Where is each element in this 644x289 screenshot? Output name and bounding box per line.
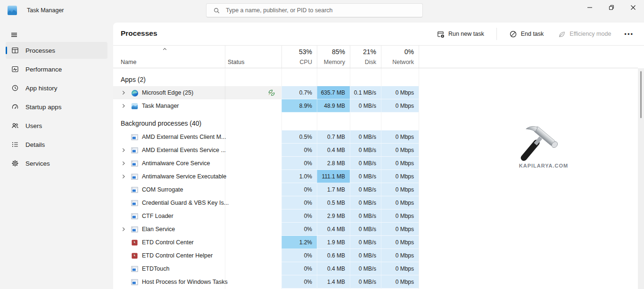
cpu-value-cell: 0%: [281, 262, 317, 275]
process-name: ETDTouch: [142, 265, 169, 272]
memory-value-cell: 0.4 MB: [317, 223, 350, 236]
header-separator: [225, 46, 225, 68]
column-header-cpu[interactable]: 53% CPU: [281, 46, 317, 68]
efficiency-mode-label: Efficiency mode: [570, 31, 611, 37]
section-header: Background processes (40): [113, 116, 419, 130]
window-process-icon: [131, 200, 138, 207]
process-row[interactable]: AMD External Events Service ...0%0.4 MB0…: [113, 144, 419, 157]
chevron-right-icon[interactable]: [121, 174, 126, 179]
process-row[interactable]: Microsoft Edge (25)0.7%635.7 MB0.1 MB/s0…: [113, 86, 419, 99]
search-box[interactable]: [206, 3, 423, 17]
chevron-right-icon[interactable]: [121, 90, 126, 96]
disk-column-label: Disk: [365, 59, 376, 65]
memory-value-cell: 1.4 MB: [317, 275, 350, 289]
app-history-icon: [11, 84, 19, 92]
search-icon: [213, 7, 220, 14]
column-header-name[interactable]: Name: [113, 46, 225, 68]
disk-value-cell: 0 MB/s: [350, 236, 381, 249]
performance-icon: [11, 65, 19, 73]
process-name-cell: ETDTouch: [113, 262, 225, 275]
window-process-icon: [131, 173, 138, 180]
chevron-right-icon[interactable]: [121, 147, 126, 153]
process-row[interactable]: ETD Control Center Helper0%0.6 MB0 MB/s0…: [113, 249, 419, 262]
chevron-right-icon[interactable]: [121, 226, 126, 232]
more-options-button[interactable]: •••: [620, 29, 637, 40]
process-name: CTF Loader: [142, 213, 173, 219]
sidebar-item-app-history[interactable]: App history: [6, 80, 107, 96]
end-task-button[interactable]: End task: [504, 27, 549, 41]
page-title: Processes: [121, 23, 157, 45]
chevron-right-icon[interactable]: [121, 103, 126, 109]
memory-value-cell: 0.4 MB: [317, 262, 350, 275]
cpu-value-cell: 0%: [281, 249, 317, 262]
process-row[interactable]: Antimalware Service Executable1.0%111.1 …: [113, 170, 419, 183]
watermark: KAPILARYA.COM: [513, 123, 574, 169]
end-task-icon: [509, 30, 517, 38]
column-header-status[interactable]: Status: [225, 46, 281, 68]
process-row[interactable]: COM Surrogate0%1.7 MB0 MB/s0 Mbps: [113, 183, 419, 196]
process-row[interactable]: Credential Guard & VBS Key Is...0%0.5 MB…: [113, 196, 419, 209]
sidebar-item-services[interactable]: Services: [6, 155, 107, 172]
process-row[interactable]: Elan Service0%0.4 MB0 MB/s0 Mbps: [113, 223, 419, 236]
sidebar-item-performance[interactable]: Performance: [6, 61, 107, 78]
disk-value-cell: 0 MB/s: [350, 144, 381, 157]
hammer-watermark-image: [513, 123, 565, 162]
section-header: Apps (2): [113, 73, 419, 86]
hamburger-menu-button[interactable]: [6, 26, 23, 43]
network-value-cell: 0 Mbps: [381, 249, 419, 262]
process-name-cell: Task Manager: [113, 99, 225, 112]
column-header-memory[interactable]: 85% Memory: [317, 46, 350, 68]
process-row[interactable]: Task Manager8.9%48.9 MB0 MB/s0 Mbps: [113, 99, 419, 112]
process-row[interactable]: ETD Control Center1.2%1.9 MB0 MB/s0 Mbps: [113, 236, 419, 249]
process-name: ETD Control Center Helper: [142, 252, 213, 259]
network-value-cell: 0 Mbps: [381, 196, 419, 209]
memory-value-cell: 0.6 MB: [317, 249, 350, 262]
disk-value-cell: 0 MB/s: [350, 170, 381, 183]
disk-value-cell: 0 MB/s: [350, 275, 381, 289]
sidebar-item-startup-apps[interactable]: Startup apps: [6, 98, 107, 115]
table-header: Name Status 53% CPU 85% Memory 21% Disk …: [113, 45, 644, 68]
column-header-disk[interactable]: 21% Disk: [350, 46, 381, 68]
disk-value-cell: 0 MB/s: [350, 196, 381, 209]
search-input[interactable]: [226, 7, 422, 14]
process-name-cell: Credential Guard & VBS Key Is...: [113, 196, 225, 209]
efficiency-mode-button[interactable]: Efficiency mode: [553, 27, 616, 41]
process-name-cell: CTF Loader: [113, 209, 225, 223]
command-bar: Run new task End task Efficiency mode ••…: [432, 23, 637, 45]
etd-process-icon: [131, 252, 138, 259]
memory-value-cell: 48.9 MB: [317, 99, 350, 112]
process-row[interactable]: CTF Loader0%2.9 MB0 MB/s0 Mbps: [113, 209, 419, 223]
name-column-label: Name: [121, 59, 136, 65]
close-button[interactable]: [622, 0, 644, 15]
processes-icon: [11, 47, 19, 54]
cpu-column-label: CPU: [300, 59, 312, 65]
cpu-value-cell: 0%: [281, 223, 317, 236]
process-name-cell: AMD External Events Service ...: [113, 144, 225, 157]
process-row[interactable]: Host Process for Windows Tasks0%1.4 MB0 …: [113, 275, 419, 289]
process-row[interactable]: Antimalware Core Service0%2.8 MB0 MB/s0 …: [113, 157, 419, 170]
sidebar-item-details[interactable]: Details: [6, 136, 107, 153]
vertical-scrollbar-track[interactable]: [638, 68, 644, 289]
header-separator: [281, 46, 282, 68]
run-new-task-button[interactable]: Run new task: [432, 27, 489, 41]
sidebar-item-processes[interactable]: Processes: [6, 42, 107, 59]
process-name: COM Surrogate: [142, 186, 183, 193]
process-name-cell: Antimalware Core Service: [113, 157, 225, 170]
memory-value-cell: 111.1 MB: [317, 170, 350, 183]
vertical-scrollbar-thumb[interactable]: [640, 71, 642, 118]
column-header-network[interactable]: 0% Network: [381, 46, 419, 68]
cpu-value-cell: 8.9%: [281, 99, 317, 112]
restore-button[interactable]: [601, 0, 622, 15]
status-cell: [225, 86, 281, 99]
process-row[interactable]: AMD External Events Client M...0.5%0.7 M…: [113, 130, 419, 144]
disk-value-cell: 0 MB/s: [350, 99, 381, 112]
sidebar-item-label: Users: [25, 122, 42, 129]
memory-total-percent: 85%: [332, 48, 345, 56]
memory-value-cell: 2.8 MB: [317, 157, 350, 170]
chevron-right-icon[interactable]: [121, 161, 126, 166]
process-name: Task Manager: [142, 103, 179, 109]
process-name-cell: Host Process for Windows Tasks: [113, 275, 225, 289]
process-row[interactable]: ETDTouch0%0.4 MB0 MB/s0 Mbps: [113, 262, 419, 275]
minimize-button[interactable]: [579, 0, 601, 15]
sidebar-item-users[interactable]: Users: [6, 117, 107, 134]
